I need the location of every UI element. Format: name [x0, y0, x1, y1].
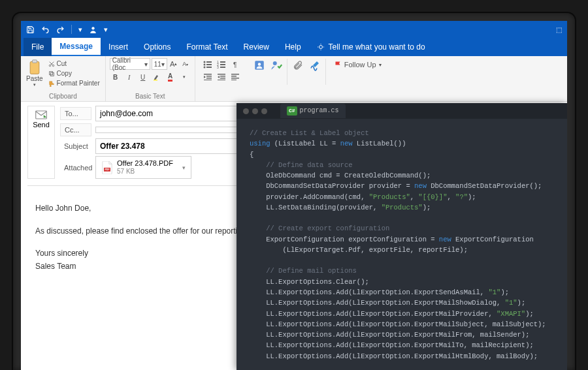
code-content[interactable]: // Create List & Label object using (Lis… [237, 119, 567, 370]
paste-label: Paste [26, 75, 43, 82]
follow-up-label: Follow Up [344, 61, 376, 69]
decrease-indent-icon[interactable] [202, 72, 214, 82]
svg-rect-18 [220, 64, 225, 65]
font-size-select[interactable]: 11 ▾ [152, 58, 167, 70]
svg-rect-10 [206, 61, 212, 63]
basic-text-group: Calibri (Boc ▾ 11 ▾ A▴ A▾ B I U A ▾ [106, 56, 195, 101]
svg-rect-27 [220, 78, 225, 79]
tab-file[interactable]: File [24, 38, 52, 56]
svg-point-9 [203, 61, 205, 63]
svg-rect-30 [231, 76, 237, 77]
svg-rect-25 [218, 74, 225, 75]
cc-button[interactable]: Cc... [60, 123, 91, 136]
window-traffic-lights[interactable] [243, 108, 267, 114]
attachment-dropdown-icon[interactable]: ▾ [182, 164, 186, 171]
attach-file-icon[interactable] [291, 59, 304, 72]
svg-rect-26 [220, 76, 225, 77]
send-icon [35, 110, 47, 119]
undo-icon[interactable] [41, 25, 50, 34]
svg-point-13 [203, 67, 205, 69]
paste-dropdown-icon[interactable]: ▾ [33, 82, 36, 87]
flag-icon [334, 60, 342, 69]
font-color-dropdown-icon[interactable]: ▾ [178, 71, 190, 83]
tab-insert[interactable]: Insert [101, 38, 136, 56]
svg-rect-12 [206, 64, 212, 65]
attachment-name: Offer 23.478.PDF [117, 159, 173, 168]
svg-rect-14 [206, 67, 212, 68]
svg-rect-2 [30, 61, 39, 74]
ribbon-collapse-icon[interactable]: ⬚ [556, 26, 562, 33]
svg-text:PDF: PDF [105, 168, 110, 171]
increase-indent-icon[interactable] [216, 72, 227, 82]
clipboard-group-label: Clipboard [25, 91, 101, 101]
font-color-button[interactable]: A [165, 71, 176, 83]
underline-button[interactable]: U [137, 71, 149, 83]
paste-button[interactable]: Paste ▾ [25, 58, 44, 89]
numbered-list-icon[interactable]: 123 [216, 59, 227, 70]
attachment-size: 57 KB [117, 168, 173, 176]
copy-button[interactable]: Copy [47, 69, 101, 78]
attachment-item[interactable]: PDF Offer 23.478.PDF 57 KB ▾ [95, 156, 191, 179]
tab-options[interactable]: Options [136, 38, 178, 56]
tab-help[interactable]: Help [277, 38, 309, 56]
attached-label: Attached [60, 162, 91, 174]
bold-button[interactable]: B [110, 71, 122, 83]
send-label: Send [33, 121, 50, 129]
to-button[interactable]: To... [60, 107, 91, 120]
tab-format-text[interactable]: Format Text [178, 38, 235, 56]
tb-dropdown-2-icon[interactable]: ▾ [104, 25, 108, 34]
editor-tab[interactable]: C# program.cs [280, 104, 346, 118]
ribbon-tabs: File Message Insert Options Format Text … [21, 38, 567, 56]
tb-dropdown-1-icon[interactable]: ▾ [78, 25, 82, 34]
svg-point-1 [319, 46, 322, 49]
tab-review[interactable]: Review [236, 38, 277, 56]
ribbon: Paste ▾ Cut Copy Format Painter Clipboar… [21, 56, 567, 102]
contact-icon[interactable] [89, 25, 97, 34]
svg-rect-20 [220, 67, 225, 68]
svg-point-35 [272, 61, 276, 65]
laptop-frame: ▾ ▾ ⬚ File Message Insert Options Format… [13, 13, 575, 370]
highlight-button[interactable] [151, 71, 163, 83]
svg-rect-6 [50, 72, 54, 76]
save-icon[interactable] [26, 25, 35, 34]
svg-rect-32 [231, 80, 237, 80]
redo-icon[interactable] [56, 25, 65, 34]
svg-rect-21 [204, 74, 212, 75]
clipboard-group: Paste ▾ Cut Copy Format Painter Clipboar… [21, 56, 106, 101]
svg-text:3: 3 [217, 65, 219, 69]
align-options-icon[interactable] [229, 72, 241, 82]
editor-titlebar: C# program.cs [237, 103, 567, 119]
format-painter-button[interactable]: Format Painter [47, 79, 101, 87]
cut-button[interactable]: Cut [47, 59, 101, 68]
basic-text-group-label: Basic Text [110, 91, 191, 101]
screen: ▾ ▾ ⬚ File Message Insert Options Format… [21, 21, 567, 370]
follow-up-button[interactable]: Follow Up ▾ [330, 59, 385, 70]
svg-rect-3 [32, 60, 37, 63]
svg-rect-22 [206, 76, 212, 77]
tell-me-search[interactable]: Tell me what you want to do [309, 38, 433, 56]
svg-rect-36 [36, 111, 47, 119]
tab-message[interactable]: Message [52, 38, 101, 56]
show-marks-icon[interactable]: ¶ [229, 59, 241, 70]
svg-rect-29 [231, 74, 239, 75]
editor-filename: program.cs [300, 106, 339, 116]
signature-icon[interactable] [308, 59, 321, 72]
check-names-icon[interactable] [270, 59, 283, 72]
send-button[interactable]: Send [27, 106, 55, 179]
svg-point-34 [257, 63, 261, 66]
subject-label: Subject [60, 140, 91, 152]
svg-rect-23 [206, 78, 212, 79]
csharp-icon: C# [287, 106, 297, 116]
quick-access-toolbar: ▾ ▾ ⬚ [21, 21, 567, 38]
svg-rect-8 [154, 80, 157, 81]
font-family-select[interactable]: Calibri (Boc ▾ [110, 58, 150, 70]
code-editor-window: C# program.cs // Create List & Label obj… [237, 103, 567, 370]
italic-button[interactable]: I [123, 71, 135, 83]
decrease-font-icon[interactable]: A▾ [180, 59, 191, 69]
svg-rect-24 [204, 80, 212, 80]
svg-rect-7 [49, 71, 52, 74]
address-book-icon[interactable] [253, 59, 266, 72]
follow-up-dropdown-icon: ▾ [379, 62, 382, 68]
bullet-list-icon[interactable] [202, 59, 214, 70]
increase-font-icon[interactable]: A▴ [169, 59, 179, 69]
